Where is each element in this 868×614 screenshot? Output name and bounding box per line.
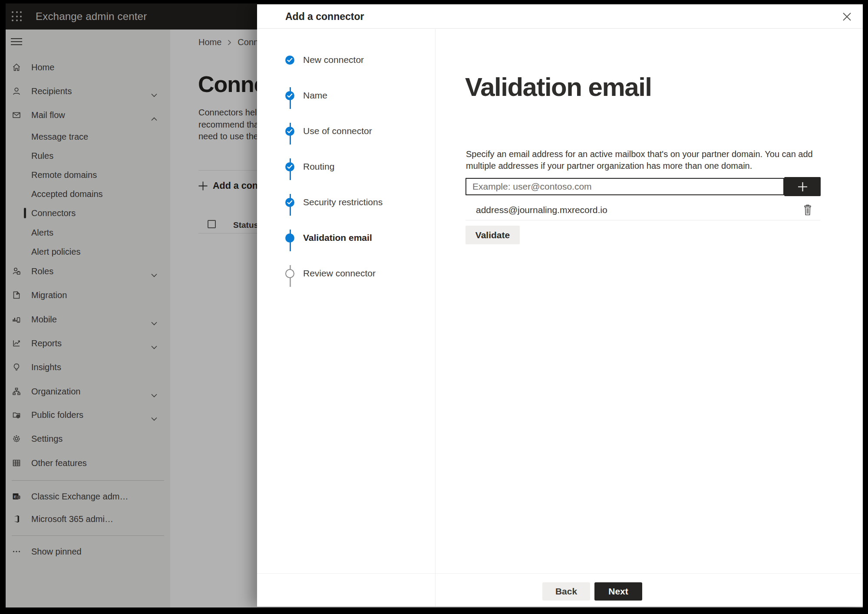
step-description: Specify an email address for an active m… — [466, 148, 813, 172]
validate-button[interactable]: Validate — [465, 226, 520, 244]
added-address-value: address@journaling.mxrecord.io — [476, 205, 607, 215]
step-todo-circle — [285, 269, 294, 278]
panel-title: Add a connector — [285, 4, 364, 29]
step-page-title: Validation email — [465, 72, 652, 102]
close-icon[interactable] — [840, 10, 853, 23]
step-check-icon — [285, 127, 294, 136]
wizard-steps-rail: New connector Name Use of connector Rout… — [257, 29, 436, 607]
add-connector-panel: Add a connector New connector Name — [257, 4, 863, 607]
panel-header: Add a connector — [257, 4, 863, 29]
add-email-button[interactable] — [784, 177, 821, 196]
footer-divider — [257, 573, 863, 574]
next-button[interactable]: Next — [594, 582, 642, 601]
step-check-icon — [285, 56, 294, 65]
step-current-dot — [285, 233, 294, 243]
trash-icon — [803, 204, 812, 216]
step-check-icon — [285, 198, 294, 207]
step-check-icon — [285, 91, 294, 100]
plus-icon — [797, 181, 809, 193]
screenshot-frame: Exchange admin center Home Recipients Ma… — [0, 0, 868, 614]
back-button[interactable]: Back — [542, 582, 590, 601]
step-check-icon — [285, 162, 294, 171]
added-address-row: address@journaling.mxrecord.io — [465, 200, 820, 220]
email-address-input[interactable] — [465, 178, 784, 195]
delete-address-button[interactable] — [802, 204, 813, 217]
